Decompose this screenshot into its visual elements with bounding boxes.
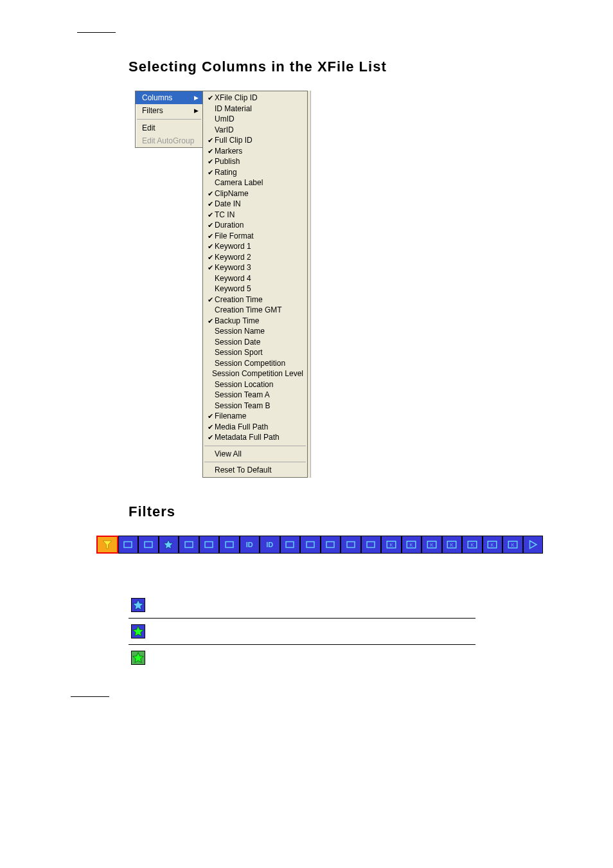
legend-description bbox=[152, 592, 475, 619]
column-toggle-backup-time[interactable]: ✔Backup Time bbox=[203, 316, 307, 327]
check-icon: ✔ bbox=[206, 210, 215, 221]
filter-icon[interactable] bbox=[96, 536, 118, 554]
svg-rect-6 bbox=[226, 541, 233, 547]
column-toggle-metadata-full-path[interactable]: ✔Metadata Full Path bbox=[203, 432, 307, 443]
kw3-icon[interactable]: K bbox=[422, 536, 442, 554]
column-toggle-id-material[interactable]: ID Material bbox=[203, 104, 307, 114]
check-icon: ✔ bbox=[206, 199, 215, 210]
column-toggle-file-format[interactable]: ✔File Format bbox=[203, 231, 307, 242]
star-icon[interactable] bbox=[159, 536, 179, 554]
submenu-view-all[interactable]: View All bbox=[203, 449, 307, 460]
filters-toolbar: IDIDKKKKKKK bbox=[96, 536, 543, 554]
check-icon: ✔ bbox=[206, 93, 215, 104]
svg-rect-8 bbox=[306, 541, 314, 547]
diamond-icon[interactable] bbox=[118, 536, 139, 554]
column-toggle-keyword-1[interactable]: ✔Keyword 1 bbox=[203, 241, 307, 252]
column-toggle-publish[interactable]: ✔Publish bbox=[203, 156, 307, 167]
svg-marker-28 bbox=[133, 626, 144, 636]
redo-key-icon[interactable] bbox=[219, 536, 240, 554]
column-toggle-session-date[interactable]: Session Date bbox=[203, 337, 307, 348]
column-toggle-keyword-5[interactable]: Keyword 5 bbox=[203, 284, 307, 294]
column-toggle-session-competition-level[interactable]: Session Competition Level bbox=[203, 368, 307, 379]
menu-item-filters[interactable]: Filters▶ bbox=[136, 104, 202, 117]
column-toggle-session-team-b[interactable]: Session Team B bbox=[203, 401, 307, 411]
kw2-icon[interactable]: K bbox=[402, 536, 422, 554]
column-toggle-rating[interactable]: ✔Rating bbox=[203, 167, 307, 178]
menu-item-edit-autogroup: Edit AutoGroup bbox=[136, 134, 202, 147]
svg-text:K: K bbox=[450, 543, 454, 547]
screen-plus-icon[interactable] bbox=[300, 536, 321, 554]
column-toggle-session-name[interactable]: Session Name bbox=[203, 326, 307, 337]
svg-rect-7 bbox=[286, 541, 294, 547]
id2-icon[interactable]: ID bbox=[260, 536, 280, 554]
svg-text:K: K bbox=[511, 543, 514, 547]
columns-submenu: ✔XFile Clip IDID MaterialUmIDVarID✔Full … bbox=[202, 91, 308, 478]
submenu-reset-default[interactable]: Reset To Default bbox=[203, 465, 307, 476]
column-toggle-varid[interactable]: VarID bbox=[203, 125, 307, 136]
menu-item-columns[interactable]: Columns▶ bbox=[136, 91, 202, 104]
column-toggle-creation-time[interactable]: ✔Creation Time bbox=[203, 294, 307, 305]
check-icon: ✔ bbox=[206, 411, 215, 422]
column-toggle-duration[interactable]: ✔Duration bbox=[203, 220, 307, 231]
undo-icon[interactable] bbox=[199, 536, 220, 554]
kw5-icon[interactable]: K bbox=[462, 536, 483, 554]
folder-open-icon[interactable] bbox=[179, 536, 199, 554]
column-toggle-xfile-clip-id[interactable]: ✔XFile Clip ID bbox=[203, 93, 307, 104]
check-icon: ✔ bbox=[206, 432, 215, 443]
kw1-icon[interactable]: K bbox=[381, 536, 402, 554]
column-toggle-keyword-3[interactable]: ✔Keyword 3 bbox=[203, 262, 307, 273]
folder-clip-icon[interactable] bbox=[138, 536, 159, 554]
column-toggle-media-full-path[interactable]: ✔Media Full Path bbox=[203, 422, 307, 433]
column-toggle-session-team-a[interactable]: Session Team A bbox=[203, 390, 307, 401]
id-icon[interactable]: ID bbox=[240, 536, 260, 554]
column-toggle-filename[interactable]: ✔Filename bbox=[203, 411, 307, 422]
submenu-arrow-icon: ▶ bbox=[194, 105, 199, 116]
box-up-icon[interactable] bbox=[341, 536, 361, 554]
column-toggle-session-location[interactable]: Session Location bbox=[203, 379, 307, 390]
check-icon: ✔ bbox=[206, 241, 215, 252]
export-icon[interactable] bbox=[361, 536, 382, 554]
svg-marker-27 bbox=[133, 599, 144, 610]
heading-filters: Filters bbox=[129, 503, 574, 520]
column-toggle-date-in[interactable]: ✔Date IN bbox=[203, 199, 307, 210]
kwy-icon[interactable]: K bbox=[502, 536, 523, 554]
svg-text:K: K bbox=[430, 543, 433, 547]
svg-marker-29 bbox=[133, 652, 144, 662]
list-icon[interactable] bbox=[321, 536, 341, 554]
check-icon: ✔ bbox=[206, 135, 215, 146]
column-toggle-session-sport[interactable]: Session Sport bbox=[203, 347, 307, 358]
column-toggle-keyword-4[interactable]: Keyword 4 bbox=[203, 273, 307, 284]
menu-item-edit[interactable]: Edit bbox=[136, 122, 202, 134]
kw4-icon[interactable]: K bbox=[442, 536, 463, 554]
column-toggle-camera-label[interactable]: Camera Label bbox=[203, 177, 307, 188]
column-toggle-keyword-2[interactable]: ✔Keyword 2 bbox=[203, 252, 307, 263]
section-divider-bottom bbox=[71, 696, 109, 697]
column-toggle-session-competition[interactable]: Session Competition bbox=[203, 358, 307, 369]
column-toggle-full-clip-id[interactable]: ✔Full Clip ID bbox=[203, 135, 307, 146]
legend-description bbox=[152, 618, 475, 644]
grid-icon[interactable] bbox=[280, 536, 301, 554]
kwx-icon[interactable]: K bbox=[483, 536, 503, 554]
check-icon: ✔ bbox=[206, 146, 215, 157]
column-toggle-clipname[interactable]: ✔ClipName bbox=[203, 188, 307, 199]
column-toggle-umid[interactable]: UmID bbox=[203, 114, 307, 125]
check-icon: ✔ bbox=[206, 231, 215, 242]
column-toggle-creation-time-gmt[interactable]: Creation Time GMT bbox=[203, 305, 307, 316]
star-outline-icon bbox=[131, 598, 145, 612]
svg-marker-3 bbox=[164, 539, 173, 548]
svg-rect-9 bbox=[326, 541, 334, 547]
play-icon[interactable] bbox=[523, 536, 544, 554]
filter-legend-table bbox=[129, 592, 475, 671]
column-toggle-tc-in[interactable]: ✔TC IN bbox=[203, 210, 307, 221]
column-toggle-markers[interactable]: ✔Markers bbox=[203, 146, 307, 157]
submenu-arrow-icon: ▶ bbox=[194, 93, 199, 103]
svg-text:K: K bbox=[410, 543, 413, 547]
check-icon: ✔ bbox=[206, 422, 215, 433]
check-icon: ✔ bbox=[206, 156, 215, 167]
context-menu: Columns▶Filters▶ EditEdit AutoGroup bbox=[135, 91, 203, 148]
svg-rect-10 bbox=[347, 541, 355, 547]
check-icon: ✔ bbox=[206, 252, 215, 263]
legend-description bbox=[152, 644, 475, 671]
svg-text:K: K bbox=[491, 543, 494, 547]
check-icon: ✔ bbox=[206, 188, 215, 199]
